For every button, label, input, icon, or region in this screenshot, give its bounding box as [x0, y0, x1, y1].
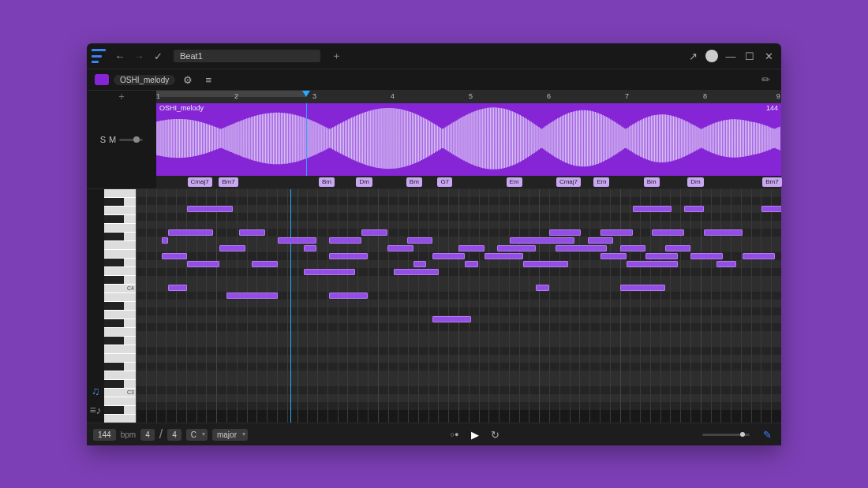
midi-note[interactable] — [556, 245, 607, 251]
midi-note[interactable] — [413, 261, 426, 267]
app-logo-icon[interactable] — [92, 49, 106, 63]
midi-note[interactable] — [361, 229, 387, 236]
chord-chip[interactable]: Cmaj7 — [188, 177, 212, 187]
chord-chip[interactable]: Bm7 — [762, 177, 781, 187]
midi-note[interactable] — [329, 253, 368, 259]
chord-chip[interactable]: Bm — [319, 177, 335, 187]
project-tab[interactable]: Beat1 — [174, 50, 320, 62]
chord-chip[interactable]: Bm7 — [219, 177, 238, 187]
confirm-icon[interactable]: ✓ — [150, 48, 166, 64]
midi-note[interactable] — [329, 237, 361, 244]
midi-note[interactable] — [162, 237, 168, 244]
timesig-num[interactable]: 4 — [140, 429, 155, 441]
maximize-button[interactable]: ☐ — [742, 48, 758, 64]
add-tab-button[interactable]: ＋ — [328, 48, 344, 64]
midi-note[interactable] — [407, 237, 433, 244]
midi-note[interactable] — [510, 237, 574, 244]
midi-note[interactable] — [162, 253, 188, 259]
playhead-marker-icon[interactable] — [302, 91, 310, 97]
midi-note[interactable] — [600, 253, 627, 259]
midi-note[interactable] — [684, 206, 704, 212]
timeline-ruler[interactable]: 123456789 — [156, 91, 781, 103]
chord-chip[interactable]: Cmaj7 — [556, 177, 581, 187]
midi-note[interactable] — [627, 261, 678, 267]
midi-note[interactable] — [168, 229, 213, 236]
midi-note[interactable] — [226, 292, 278, 299]
midi-note[interactable] — [743, 253, 775, 259]
midi-note[interactable] — [549, 229, 582, 236]
timesig-den[interactable]: 4 — [167, 429, 181, 441]
midi-note[interactable] — [387, 245, 413, 251]
midi-note[interactable] — [665, 245, 691, 251]
play-button[interactable]: ▶ — [467, 427, 483, 442]
close-button[interactable]: ✕ — [761, 48, 776, 64]
solo-button[interactable]: S — [100, 135, 106, 144]
midi-note[interactable] — [704, 229, 743, 236]
midi-note[interactable] — [304, 269, 355, 275]
chord-chip[interactable]: Em — [507, 177, 522, 187]
track-arrangement[interactable]: 123456789 OSHI_melody 144 — [156, 91, 781, 176]
chord-lane[interactable]: Cmaj7Bm7BmDmBmG7EmCmaj7EmBmDmBm7 — [156, 176, 781, 188]
midi-note[interactable] — [600, 229, 633, 236]
account-icon[interactable] — [704, 48, 720, 64]
mute-button[interactable]: M — [109, 135, 116, 144]
midi-note[interactable] — [219, 245, 245, 251]
record-icon[interactable]: ○● — [447, 427, 462, 442]
midi-note[interactable] — [497, 245, 536, 251]
key-select[interactable]: C — [186, 429, 208, 441]
midi-note[interactable] — [432, 253, 465, 259]
midi-note[interactable] — [394, 269, 439, 275]
midi-note[interactable] — [633, 206, 672, 212]
chord-chip[interactable]: Dm — [687, 177, 703, 187]
nav-back-icon[interactable]: ← — [112, 48, 128, 64]
track-color-swatch[interactable] — [95, 74, 109, 85]
chord-chip[interactable]: Em — [593, 177, 609, 187]
midi-note[interactable] — [620, 245, 646, 251]
midi-note[interactable] — [432, 316, 471, 322]
chord-chip[interactable]: G7 — [437, 177, 452, 187]
midi-note[interactable] — [458, 245, 485, 251]
midi-note[interactable] — [278, 237, 316, 244]
midi-note[interactable] — [761, 206, 781, 212]
chord-chip[interactable]: Bm — [644, 177, 660, 187]
edit-icon[interactable]: ✎ — [759, 427, 775, 442]
midi-note[interactable] — [187, 206, 232, 212]
add-track-button[interactable]: ＋ — [87, 91, 156, 103]
piano-keyboard[interactable]: C4C3 — [104, 189, 136, 423]
midi-note[interactable] — [168, 285, 188, 291]
midi-note[interactable] — [690, 253, 723, 259]
share-icon[interactable]: ↗ — [685, 48, 701, 64]
list-icon[interactable]: ≡ — [200, 72, 216, 88]
midi-note[interactable] — [187, 261, 219, 267]
midi-note[interactable] — [645, 253, 678, 259]
scale-select[interactable]: major — [212, 429, 248, 441]
midi-note[interactable] — [716, 261, 736, 267]
midi-note[interactable] — [304, 245, 316, 251]
zoom-slider[interactable] — [702, 434, 750, 436]
midi-note[interactable] — [620, 285, 665, 291]
list-view-icon[interactable]: ≡♪ — [89, 404, 101, 416]
chord-chip[interactable]: Dm — [356, 177, 372, 187]
midi-note[interactable] — [588, 237, 614, 244]
midi-note[interactable] — [465, 261, 477, 267]
piano-roll[interactable] — [136, 189, 781, 423]
bpm-value[interactable]: 144 — [93, 429, 116, 441]
midi-note[interactable] — [329, 292, 368, 299]
minimize-button[interactable]: — — [723, 48, 739, 64]
midi-note[interactable] — [252, 261, 278, 267]
gear-icon[interactable]: ⚙ — [180, 72, 196, 88]
volume-slider[interactable] — [119, 139, 143, 141]
midi-note[interactable] — [652, 229, 684, 236]
nav-forward-icon[interactable]: → — [131, 48, 147, 64]
midi-note[interactable] — [239, 229, 265, 236]
audio-clip[interactable]: OSHI_melody 144 — [156, 103, 781, 176]
chord-chip[interactable]: Bm — [406, 177, 422, 187]
midi-note[interactable] — [536, 285, 548, 291]
track-name-pill[interactable]: OSHI_melody — [114, 75, 175, 85]
midi-note[interactable] — [523, 261, 568, 267]
notes-view-icon[interactable]: ♫ — [92, 385, 100, 397]
midi-note[interactable] — [485, 253, 523, 259]
ruler-mark: 5 — [469, 92, 473, 100]
loop-icon[interactable]: ↻ — [488, 427, 503, 442]
pencil-icon[interactable]: ✎ — [754, 69, 776, 91]
